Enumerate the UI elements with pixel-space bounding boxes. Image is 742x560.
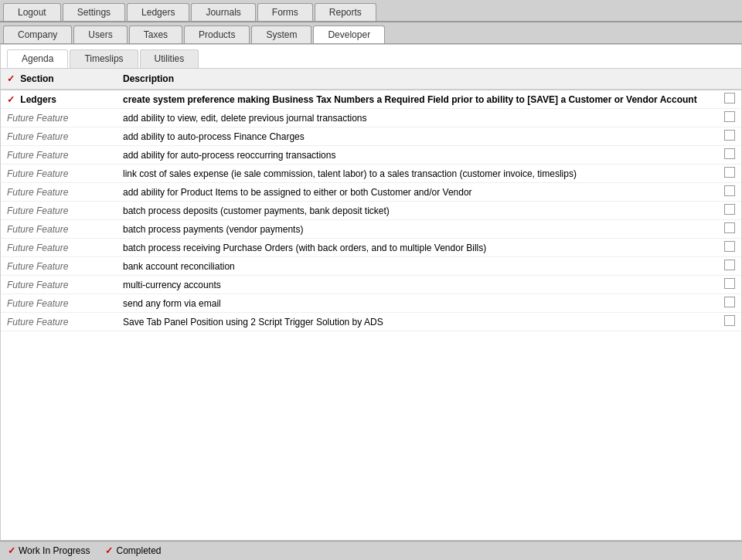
row-description: add ability for Product Items to be assi… (117, 183, 718, 202)
row-checkbox-cell (718, 202, 741, 220)
row-section: Future Feature (1, 276, 117, 294)
col-section-label: Section (20, 73, 53, 84)
col-header-section: ✓ Section (1, 69, 117, 90)
row-checkbox[interactable] (724, 148, 735, 159)
content-area: Agenda Timeslips Utilities ✓ Section Des… (0, 44, 742, 541)
row-checkbox-cell (718, 109, 741, 127)
row-checkbox-cell (718, 294, 741, 313)
row-description: multi-currency accounts (117, 276, 718, 294)
row-checkbox[interactable] (724, 204, 735, 215)
tab-reports[interactable]: Reports (315, 3, 376, 21)
col-header-description: Description (117, 69, 718, 90)
table-row: Future Feature add ability for Product I… (1, 183, 741, 202)
row-checkbox[interactable] (724, 297, 735, 307)
tab-settings[interactable]: Settings (63, 3, 125, 21)
row-checkbox[interactable] (724, 167, 735, 178)
footer: ✓ Work In Progress ✓ Completed (0, 541, 742, 560)
row-checkbox-cell (718, 183, 741, 202)
row-checkbox-cell (718, 239, 741, 257)
row-description: add ability for auto-process reoccurring… (117, 146, 718, 165)
table-header-row: ✓ Section Description (1, 69, 741, 90)
row-description: add ability to view, edit, delete previo… (117, 109, 718, 127)
row-section: Future Feature (1, 313, 117, 331)
completed-label: Completed (116, 545, 161, 556)
table-row: Future Feature link cost of sales expens… (1, 165, 741, 183)
third-nav: Agenda Timeslips Utilities (1, 45, 741, 69)
ledgers-checkbox[interactable] (724, 93, 735, 104)
row-description: batch process deposits (customer payment… (117, 202, 718, 220)
table-row: Future Feature Save Tab Panel Position u… (1, 313, 741, 331)
table-row: Future Feature multi-currency accounts (1, 276, 741, 294)
ledgers-section-label: ✓ Ledgers (1, 90, 117, 109)
row-section: Future Feature (1, 146, 117, 165)
footer-completed: ✓ Completed (105, 545, 161, 556)
row-checkbox[interactable] (724, 111, 735, 122)
table-row: Future Feature bank account reconciliati… (1, 257, 741, 276)
tab-forms[interactable]: Forms (257, 3, 313, 21)
table-row: Future Feature batch process deposits (c… (1, 202, 741, 220)
row-checkbox[interactable] (724, 260, 735, 270)
row-section: Future Feature (1, 165, 117, 183)
row-checkbox[interactable] (724, 241, 735, 252)
row-section: Future Feature (1, 294, 117, 313)
row-section: Future Feature (1, 183, 117, 202)
row-section: Future Feature (1, 202, 117, 220)
ledgers-checkmark: ✓ (7, 94, 15, 105)
row-checkbox-cell (718, 276, 741, 294)
row-checkbox-cell (718, 257, 741, 276)
second-nav: Company Users Taxes Products System Deve… (0, 22, 742, 44)
tab-company[interactable]: Company (3, 25, 72, 43)
tab-utilities[interactable]: Utilities (140, 49, 199, 68)
ledgers-checkbox-cell (718, 90, 741, 109)
row-description: send any form via email (117, 294, 718, 313)
ledgers-section-header-row: ✓ Ledgers create system preference makin… (1, 90, 741, 109)
row-description: batch process payments (vendor payments) (117, 220, 718, 239)
row-checkbox[interactable] (724, 185, 735, 196)
table-row: Future Feature batch process payments (v… (1, 220, 741, 239)
agenda-table: ✓ Section Description ✓ Ledgers (1, 69, 741, 331)
section-checkmark: ✓ (7, 73, 15, 84)
wip-checkmark: ✓ (8, 545, 15, 556)
row-description: batch process receiving Purchase Orders … (117, 239, 718, 257)
row-description: Save Tab Panel Position using 2 Script T… (117, 313, 718, 331)
tab-developer[interactable]: Developer (313, 25, 385, 43)
ledgers-section-description: create system preference making Business… (117, 90, 718, 109)
table-wrapper: ✓ Section Description ✓ Ledgers (1, 69, 741, 540)
row-section: Future Feature (1, 257, 117, 276)
table-row: Future Feature send any form via email (1, 294, 741, 313)
tab-timeslips[interactable]: Timeslips (70, 49, 138, 68)
row-description: bank account reconciliation (117, 257, 718, 276)
row-checkbox[interactable] (724, 315, 735, 326)
tab-journals[interactable]: Journals (191, 3, 255, 21)
table-row: Future Feature add ability for auto-proc… (1, 146, 741, 165)
tab-ledgers[interactable]: Ledgers (127, 3, 189, 21)
wip-label: Work In Progress (19, 545, 90, 556)
row-section: Future Feature (1, 239, 117, 257)
row-section: Future Feature (1, 109, 117, 127)
row-checkbox[interactable] (724, 222, 735, 233)
row-section: Future Feature (1, 220, 117, 239)
table-row: Future Feature add ability to view, edit… (1, 109, 741, 127)
col-header-checkbox (718, 69, 741, 90)
row-checkbox-cell (718, 313, 741, 331)
tab-products[interactable]: Products (184, 25, 250, 43)
footer-work-in-progress: ✓ Work In Progress (8, 545, 90, 556)
completed-checkmark: ✓ (105, 545, 113, 556)
row-checkbox[interactable] (724, 278, 735, 289)
top-nav: Logout Settings Ledgers Journals Forms R… (0, 0, 742, 22)
table-row: Future Feature batch process receiving P… (1, 239, 741, 257)
tab-logout[interactable]: Logout (3, 3, 61, 21)
row-checkbox-cell (718, 165, 741, 183)
ledgers-label: Ledgers (20, 94, 56, 105)
row-checkbox[interactable] (724, 130, 735, 141)
main-container: Logout Settings Ledgers Journals Forms R… (0, 0, 742, 560)
tab-agenda[interactable]: Agenda (7, 49, 68, 68)
row-checkbox-cell (718, 220, 741, 239)
table-row: Future Feature add ability to auto-proce… (1, 127, 741, 146)
tab-taxes[interactable]: Taxes (129, 25, 182, 43)
tab-system[interactable]: System (251, 25, 311, 43)
row-checkbox-cell (718, 127, 741, 146)
row-section: Future Feature (1, 127, 117, 146)
row-description: add ability to auto-process Finance Char… (117, 127, 718, 146)
tab-users[interactable]: Users (73, 25, 127, 43)
